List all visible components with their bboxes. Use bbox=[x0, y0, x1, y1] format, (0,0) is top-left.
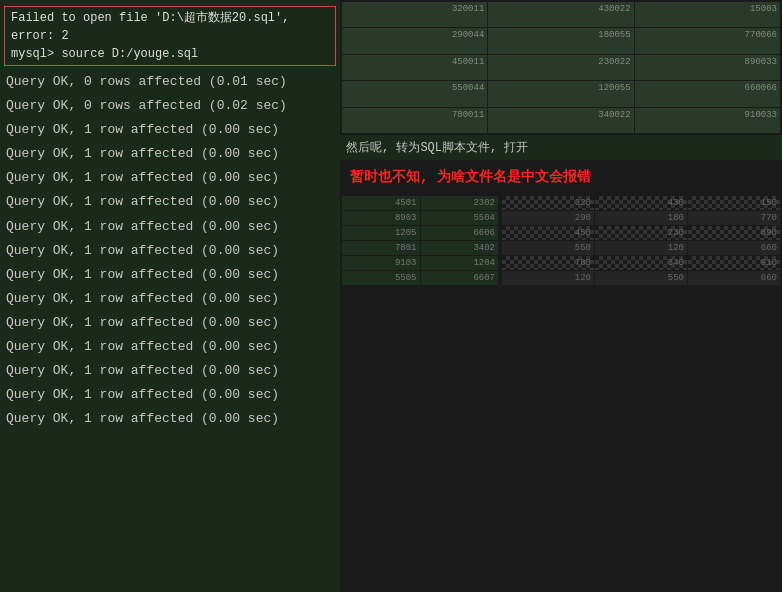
data-cell: 8903 bbox=[342, 211, 420, 225]
data-cell: 15003 bbox=[635, 2, 780, 27]
query-line: Query OK, 1 row affected (0.00 sec) bbox=[0, 190, 340, 214]
query-line: Query OK, 1 row affected (0.00 sec) bbox=[0, 239, 340, 263]
data-cell: 550 bbox=[502, 241, 594, 255]
data-cell: 780011 bbox=[342, 108, 487, 133]
data-cell: 660 bbox=[688, 271, 780, 285]
data-cell: 550044 bbox=[342, 81, 487, 106]
data-cell: 320 bbox=[502, 196, 594, 210]
query-line: Query OK, 1 row affected (0.00 sec) bbox=[0, 407, 340, 431]
query-line: Query OK, 1 row affected (0.00 sec) bbox=[0, 383, 340, 407]
data-cell: 290 bbox=[502, 211, 594, 225]
query-line: Query OK, 1 row affected (0.00 sec) bbox=[0, 263, 340, 287]
query-line: Query OK, 1 row affected (0.00 sec) bbox=[0, 118, 340, 142]
data-cell: 450 bbox=[502, 226, 594, 240]
data-cell: 180055 bbox=[488, 28, 633, 53]
data-cell: 890033 bbox=[635, 55, 780, 80]
data-cell: 910033 bbox=[635, 108, 780, 133]
query-line: Query OK, 1 row affected (0.00 sec) bbox=[0, 215, 340, 239]
data-cell: 150 bbox=[688, 196, 780, 210]
data-cell: 770 bbox=[688, 211, 780, 225]
data-cell: 290044 bbox=[342, 28, 487, 53]
data-grid-bottom-right: 3204301502901807704502308905501206607803… bbox=[500, 194, 782, 592]
data-cell: 9103 bbox=[342, 256, 420, 270]
then-text: 然后呢, 转为SQL脚本文件, 打开 bbox=[340, 135, 782, 160]
data-cell: 5505 bbox=[342, 271, 420, 285]
error-box: Failed to open file 'D:\超市数据20.sql', err… bbox=[4, 6, 336, 66]
data-cell: 770066 bbox=[635, 28, 780, 53]
data-cell: 120 bbox=[595, 241, 687, 255]
data-cell: 320011 bbox=[342, 2, 487, 27]
query-line: Query OK, 0 rows affected (0.02 sec) bbox=[0, 94, 340, 118]
data-cell: 660 bbox=[688, 241, 780, 255]
data-cell: 1205 bbox=[342, 226, 420, 240]
data-cell: 2302 bbox=[421, 196, 499, 210]
data-cell: 180 bbox=[595, 211, 687, 225]
data-cell: 7801 bbox=[342, 241, 420, 255]
query-line: Query OK, 1 row affected (0.00 sec) bbox=[0, 311, 340, 335]
data-cell: 4501 bbox=[342, 196, 420, 210]
data-cell: 890 bbox=[688, 226, 780, 240]
data-cell: 340 bbox=[595, 256, 687, 270]
data-cell: 450011 bbox=[342, 55, 487, 80]
data-cell: 430022 bbox=[488, 2, 633, 27]
query-line: Query OK, 1 row affected (0.00 sec) bbox=[0, 359, 340, 383]
query-line: Query OK, 1 row affected (0.00 sec) bbox=[0, 335, 340, 359]
data-grid-top: 3200114300221500329004418005577006645001… bbox=[340, 0, 782, 135]
data-cell: 340022 bbox=[488, 108, 633, 133]
terminal-panel: Failed to open file 'D:\超市数据20.sql', err… bbox=[0, 0, 340, 592]
data-cell: 230022 bbox=[488, 55, 633, 80]
data-grid-bottom-left: 4501230289035504120566067801340291031204… bbox=[340, 194, 500, 592]
data-cell: 3402 bbox=[421, 241, 499, 255]
data-cell: 910 bbox=[688, 256, 780, 270]
error-line1: Failed to open file 'D:\超市数据20.sql', err… bbox=[11, 9, 329, 45]
data-cell: 120 bbox=[502, 271, 594, 285]
data-cell: 660066 bbox=[635, 81, 780, 106]
data-cell: 430 bbox=[595, 196, 687, 210]
data-cell: 120055 bbox=[488, 81, 633, 106]
data-cell: 230 bbox=[595, 226, 687, 240]
query-line: Query OK, 1 row affected (0.00 sec) bbox=[0, 287, 340, 311]
error-line2: mysql> source D:/youge.sql bbox=[11, 45, 329, 63]
query-lines: Query OK, 0 rows affected (0.01 sec)Quer… bbox=[0, 70, 340, 431]
query-line: Query OK, 1 row affected (0.00 sec) bbox=[0, 166, 340, 190]
right-top: 3200114300221500329004418005577006645001… bbox=[340, 0, 782, 160]
query-line: Query OK, 0 rows affected (0.01 sec) bbox=[0, 70, 340, 94]
data-cell: 780 bbox=[502, 256, 594, 270]
right-bottom: 4501230289035504120566067801340291031204… bbox=[340, 194, 782, 592]
data-cell: 1204 bbox=[421, 256, 499, 270]
data-cell: 6606 bbox=[421, 226, 499, 240]
right-top-left: 3200114300221500329004418005577006645001… bbox=[340, 0, 782, 160]
data-cell: 5504 bbox=[421, 211, 499, 225]
data-cell: 550 bbox=[595, 271, 687, 285]
data-cell: 6607 bbox=[421, 271, 499, 285]
annotation-text: 暂时也不知, 为啥文件名是中文会报错 bbox=[340, 160, 782, 194]
right-panel: 3200114300221500329004418005577006645001… bbox=[340, 0, 782, 592]
query-line: Query OK, 1 row affected (0.00 sec) bbox=[0, 142, 340, 166]
